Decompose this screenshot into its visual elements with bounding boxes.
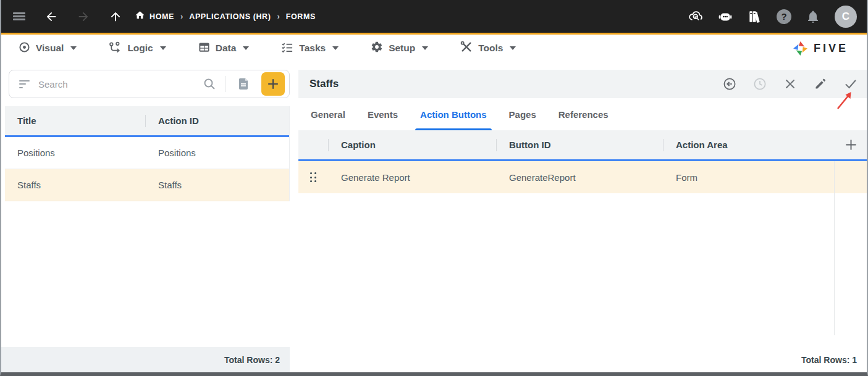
help-icon[interactable]: ?	[777, 9, 791, 24]
tab-pages[interactable]: Pages	[498, 98, 547, 130]
five-logo: FIVE	[792, 40, 848, 57]
search-bar	[9, 70, 290, 98]
top-navbar: HOME › APPLICATIONS (HR) › FORMS	[1, 0, 867, 35]
forward-arrow-icon	[75, 9, 91, 25]
chevron-down-icon	[70, 46, 77, 50]
breadcrumb-item[interactable]: APPLICATIONS (HR)	[189, 12, 271, 21]
menu-label: Logic	[127, 43, 153, 54]
menu-toolbar: Visual Logic Data	[1, 35, 867, 62]
menu-visual[interactable]: Visual	[19, 41, 77, 56]
brand-text: FIVE	[814, 42, 848, 55]
menu-label: Tasks	[299, 43, 326, 54]
menu-tools[interactable]: Tools	[460, 41, 516, 56]
menu-tasks[interactable]: Tasks	[281, 41, 339, 56]
record-detail-panel: Staffs	[298, 70, 867, 372]
chevron-down-icon	[332, 46, 339, 50]
user-avatar[interactable]: C	[835, 6, 857, 28]
search-input[interactable]	[37, 78, 194, 90]
cell-button-id: GenerateReport	[496, 172, 663, 183]
tab-general[interactable]: General	[300, 98, 356, 130]
cloud-search-icon[interactable]	[688, 9, 704, 25]
right-total-rows: Total Rows: 1	[298, 347, 867, 372]
menu-setup[interactable]: Setup	[371, 41, 428, 56]
cell-action-area: Form	[663, 172, 835, 183]
menu-icon[interactable]	[11, 9, 27, 25]
forms-table: Title Action ID Positions Positions Staf…	[5, 106, 290, 201]
column-header-button-id: Button ID	[509, 140, 550, 150]
breadcrumb-home[interactable]: HOME	[135, 10, 174, 23]
back-circle-icon[interactable]	[722, 77, 737, 91]
drag-handle[interactable]	[298, 172, 328, 182]
column-grid-line	[834, 161, 835, 335]
divider	[496, 139, 497, 151]
divider	[328, 139, 329, 151]
cell-caption: Generate Report	[328, 172, 496, 183]
column-header-action-id: Action ID	[146, 115, 289, 126]
menu-label: Data	[216, 43, 237, 54]
tab-references[interactable]: References	[547, 98, 620, 130]
action-buttons-table-body: Generate Report GenerateReport Form	[298, 161, 867, 193]
cell-action-id: Staffs	[146, 180, 289, 190]
tools-icon	[460, 41, 473, 56]
table-row-staffs[interactable]: Staffs Staffs	[5, 169, 289, 201]
forms-list-panel: Title Action ID Positions Positions Staf…	[1, 70, 290, 372]
logic-icon	[109, 41, 122, 56]
data-icon	[198, 41, 210, 56]
chevron-right-icon: ›	[277, 12, 279, 21]
breadcrumb-item[interactable]: HOME	[150, 12, 174, 21]
five-pinwheel-icon	[792, 40, 809, 57]
search-icon[interactable]	[201, 76, 217, 92]
record-tabs: General Events Action Buttons Pages Refe…	[298, 98, 867, 130]
menu-label: Visual	[36, 43, 64, 54]
cell-title: Staffs	[5, 180, 146, 190]
column-header-title: Title	[17, 115, 36, 126]
chevron-down-icon	[422, 46, 428, 50]
history-clock-icon	[752, 77, 767, 91]
filter-icon	[19, 78, 30, 90]
left-total-rows: Total Rows: 2	[1, 347, 290, 372]
menu-data[interactable]: Data	[198, 41, 250, 56]
action-buttons-table-header: Caption Button ID Action Area	[298, 130, 867, 161]
tasks-icon	[281, 41, 293, 56]
breadcrumb: HOME › APPLICATIONS (HR) › FORMS	[135, 10, 316, 23]
record-title: Staffs	[310, 78, 339, 90]
tab-action-buttons[interactable]: Action Buttons	[409, 98, 497, 130]
cell-title: Positions	[5, 148, 146, 158]
app-window: HOME › APPLICATIONS (HR) › FORMS	[0, 0, 868, 376]
close-icon[interactable]	[783, 77, 798, 91]
home-icon	[135, 10, 145, 23]
assistant-bot-icon[interactable]	[717, 9, 733, 25]
drag-dots-icon	[310, 172, 316, 182]
column-header-action-area: Action Area	[676, 140, 728, 150]
menu-label: Setup	[389, 43, 415, 54]
menu-label: Tools	[478, 43, 503, 54]
forms-table-header: Title Action ID	[5, 106, 289, 137]
record-header: Staffs	[298, 70, 867, 98]
save-check-icon[interactable]	[843, 77, 858, 91]
menu-logic[interactable]: Logic	[109, 41, 166, 56]
notifications-bell-icon[interactable]	[805, 9, 821, 25]
setup-gear-icon	[371, 41, 383, 56]
add-record-button[interactable]	[261, 72, 285, 96]
chevron-down-icon	[510, 46, 516, 50]
library-books-icon[interactable]	[747, 9, 763, 25]
breadcrumb-item[interactable]: FORMS	[286, 12, 316, 21]
cell-action-id: Positions	[146, 148, 289, 158]
table-row-positions[interactable]: Positions Positions	[5, 137, 289, 169]
add-action-button[interactable]	[835, 139, 867, 151]
chevron-down-icon	[243, 46, 249, 50]
up-arrow-icon[interactable]	[107, 9, 124, 25]
visual-icon	[19, 41, 30, 56]
paste-document-icon[interactable]	[233, 73, 254, 94]
edit-pencil-icon[interactable]	[813, 77, 828, 91]
column-header-caption: Caption	[341, 140, 376, 150]
chevron-right-icon: ›	[180, 12, 183, 21]
divider	[663, 139, 664, 151]
divider	[225, 76, 225, 92]
back-arrow-icon[interactable]	[43, 9, 59, 25]
tab-events[interactable]: Events	[356, 98, 409, 130]
chevron-down-icon	[160, 46, 166, 50]
table-row-generate-report[interactable]: Generate Report GenerateReport Form	[298, 161, 867, 193]
